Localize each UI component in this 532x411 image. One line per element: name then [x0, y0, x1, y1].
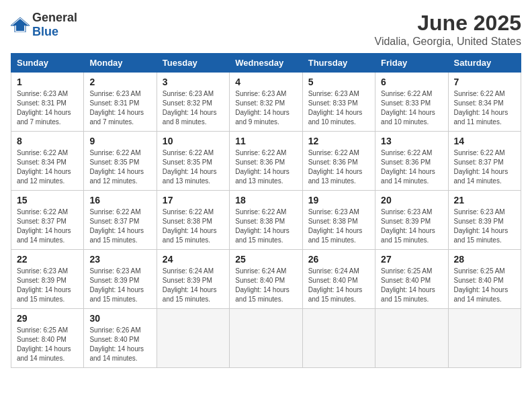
calendar-cell: 15 Sunrise: 6:22 AM Sunset: 8:37 PM Dayl… [11, 191, 84, 250]
day-number: 13 [381, 136, 442, 146]
calendar-cell: 28 Sunrise: 6:25 AM Sunset: 8:40 PM Dayl… [448, 250, 521, 309]
day-number: 14 [454, 136, 515, 146]
calendar-cell: 18 Sunrise: 6:22 AM Sunset: 8:38 PM Dayl… [230, 191, 302, 250]
calendar-cell: 21 Sunrise: 6:23 AM Sunset: 8:39 PM Dayl… [448, 191, 521, 250]
day-number: 29 [17, 313, 78, 324]
day-number: 1 [17, 77, 78, 87]
calendar-cell [230, 309, 302, 368]
calendar-cell: 25 Sunrise: 6:24 AM Sunset: 8:40 PM Dayl… [230, 250, 302, 309]
calendar-cell: 30 Sunrise: 6:26 AM Sunset: 8:40 PM Dayl… [84, 309, 157, 368]
calendar-cell: 1 Sunrise: 6:23 AM Sunset: 8:31 PM Dayli… [11, 73, 84, 132]
calendar-cell: 24 Sunrise: 6:24 AM Sunset: 8:39 PM Dayl… [157, 250, 229, 309]
calendar-cell: 14 Sunrise: 6:22 AM Sunset: 8:37 PM Dayl… [448, 132, 521, 191]
day-number: 11 [235, 136, 296, 146]
calendar-cell: 20 Sunrise: 6:23 AM Sunset: 8:39 PM Dayl… [375, 191, 448, 250]
calendar-cell: 27 Sunrise: 6:25 AM Sunset: 8:40 PM Dayl… [375, 250, 448, 309]
day-number: 6 [381, 77, 442, 87]
day-info: Sunrise: 6:22 AM Sunset: 8:34 PM Dayligh… [454, 89, 515, 127]
day-number: 28 [454, 254, 515, 265]
day-info: Sunrise: 6:22 AM Sunset: 8:37 PM Dayligh… [454, 148, 515, 186]
month-title: June 2025 [375, 11, 522, 36]
logo: General Blue [11, 11, 77, 39]
column-header-sunday: Sunday [11, 54, 84, 73]
logo-icon [11, 17, 30, 32]
title-area: June 2025 Vidalia, Georgia, United State… [375, 11, 522, 48]
calendar-cell: 10 Sunrise: 6:22 AM Sunset: 8:35 PM Dayl… [157, 132, 229, 191]
calendar-cell [157, 309, 229, 368]
calendar-cell: 13 Sunrise: 6:22 AM Sunset: 8:36 PM Dayl… [375, 132, 448, 191]
header: General Blue June 2025 Vidalia, Georgia,… [11, 11, 521, 48]
calendar-cell: 9 Sunrise: 6:22 AM Sunset: 8:35 PM Dayli… [84, 132, 157, 191]
calendar-cell: 23 Sunrise: 6:23 AM Sunset: 8:39 PM Dayl… [84, 250, 157, 309]
calendar-cell: 22 Sunrise: 6:23 AM Sunset: 8:39 PM Dayl… [11, 250, 84, 309]
calendar-cell: 6 Sunrise: 6:22 AM Sunset: 8:33 PM Dayli… [375, 73, 448, 132]
day-number: 10 [163, 136, 224, 146]
day-number: 2 [89, 77, 150, 87]
day-number: 18 [235, 195, 296, 205]
logo-general: General [32, 11, 77, 24]
calendar-week-3: 15 Sunrise: 6:22 AM Sunset: 8:37 PM Dayl… [11, 191, 521, 250]
day-number: 21 [454, 195, 515, 205]
calendar-cell: 3 Sunrise: 6:23 AM Sunset: 8:32 PM Dayli… [157, 73, 229, 132]
day-info: Sunrise: 6:22 AM Sunset: 8:37 PM Dayligh… [17, 208, 78, 245]
day-number: 20 [381, 195, 442, 205]
day-info: Sunrise: 6:22 AM Sunset: 8:38 PM Dayligh… [235, 208, 296, 245]
day-number: 30 [89, 313, 150, 324]
day-info: Sunrise: 6:25 AM Sunset: 8:40 PM Dayligh… [17, 326, 78, 363]
logo-blue: Blue [32, 25, 58, 38]
day-info: Sunrise: 6:23 AM Sunset: 8:33 PM Dayligh… [308, 89, 369, 127]
day-number: 12 [308, 136, 369, 146]
day-info: Sunrise: 6:22 AM Sunset: 8:36 PM Dayligh… [381, 148, 442, 186]
day-number: 4 [235, 77, 296, 87]
day-info: Sunrise: 6:22 AM Sunset: 8:35 PM Dayligh… [163, 148, 224, 186]
calendar-week-1: 1 Sunrise: 6:23 AM Sunset: 8:31 PM Dayli… [11, 73, 521, 132]
calendar-cell: 11 Sunrise: 6:22 AM Sunset: 8:36 PM Dayl… [230, 132, 302, 191]
day-number: 17 [163, 195, 224, 205]
day-info: Sunrise: 6:22 AM Sunset: 8:36 PM Dayligh… [308, 148, 369, 186]
day-info: Sunrise: 6:22 AM Sunset: 8:35 PM Dayligh… [89, 148, 150, 186]
calendar-cell: 5 Sunrise: 6:23 AM Sunset: 8:33 PM Dayli… [302, 73, 375, 132]
calendar-cell: 2 Sunrise: 6:23 AM Sunset: 8:31 PM Dayli… [84, 73, 157, 132]
day-info: Sunrise: 6:23 AM Sunset: 8:31 PM Dayligh… [17, 89, 78, 127]
day-number: 16 [89, 195, 150, 205]
day-number: 26 [308, 254, 369, 265]
day-number: 27 [381, 254, 442, 265]
column-header-monday: Monday [84, 54, 157, 73]
day-info: Sunrise: 6:22 AM Sunset: 8:34 PM Dayligh… [17, 148, 78, 186]
day-info: Sunrise: 6:23 AM Sunset: 8:39 PM Dayligh… [454, 208, 515, 245]
calendar-cell: 16 Sunrise: 6:22 AM Sunset: 8:37 PM Dayl… [84, 191, 157, 250]
day-info: Sunrise: 6:22 AM Sunset: 8:36 PM Dayligh… [235, 148, 296, 186]
calendar-week-4: 22 Sunrise: 6:23 AM Sunset: 8:39 PM Dayl… [11, 250, 521, 309]
calendar-cell [448, 309, 521, 368]
column-header-tuesday: Tuesday [157, 54, 229, 73]
day-info: Sunrise: 6:24 AM Sunset: 8:40 PM Dayligh… [308, 267, 369, 304]
day-info: Sunrise: 6:23 AM Sunset: 8:32 PM Dayligh… [235, 89, 296, 127]
day-info: Sunrise: 6:23 AM Sunset: 8:31 PM Dayligh… [89, 89, 150, 127]
day-number: 7 [454, 77, 515, 87]
location-title: Vidalia, Georgia, United States [375, 36, 522, 48]
column-header-saturday: Saturday [448, 54, 521, 73]
column-header-thursday: Thursday [302, 54, 375, 73]
day-info: Sunrise: 6:23 AM Sunset: 8:39 PM Dayligh… [381, 208, 442, 245]
day-number: 22 [17, 254, 78, 265]
day-number: 5 [308, 77, 369, 87]
column-header-friday: Friday [375, 54, 448, 73]
calendar-week-5: 29 Sunrise: 6:25 AM Sunset: 8:40 PM Dayl… [11, 309, 521, 368]
day-info: Sunrise: 6:25 AM Sunset: 8:40 PM Dayligh… [454, 267, 515, 304]
calendar-cell: 8 Sunrise: 6:22 AM Sunset: 8:34 PM Dayli… [11, 132, 84, 191]
calendar-cell [302, 309, 375, 368]
day-number: 25 [235, 254, 296, 265]
day-number: 23 [89, 254, 150, 265]
day-number: 9 [89, 136, 150, 146]
calendar-cell: 4 Sunrise: 6:23 AM Sunset: 8:32 PM Dayli… [230, 73, 302, 132]
day-info: Sunrise: 6:22 AM Sunset: 8:38 PM Dayligh… [163, 208, 224, 245]
day-number: 24 [163, 254, 224, 265]
day-info: Sunrise: 6:23 AM Sunset: 8:38 PM Dayligh… [308, 208, 369, 245]
calendar-cell: 19 Sunrise: 6:23 AM Sunset: 8:38 PM Dayl… [302, 191, 375, 250]
day-info: Sunrise: 6:23 AM Sunset: 8:39 PM Dayligh… [89, 267, 150, 304]
day-number: 19 [308, 195, 369, 205]
calendar-cell: 26 Sunrise: 6:24 AM Sunset: 8:40 PM Dayl… [302, 250, 375, 309]
day-info: Sunrise: 6:23 AM Sunset: 8:32 PM Dayligh… [163, 89, 224, 127]
calendar-cell: 7 Sunrise: 6:22 AM Sunset: 8:34 PM Dayli… [448, 73, 521, 132]
day-info: Sunrise: 6:24 AM Sunset: 8:40 PM Dayligh… [235, 267, 296, 304]
